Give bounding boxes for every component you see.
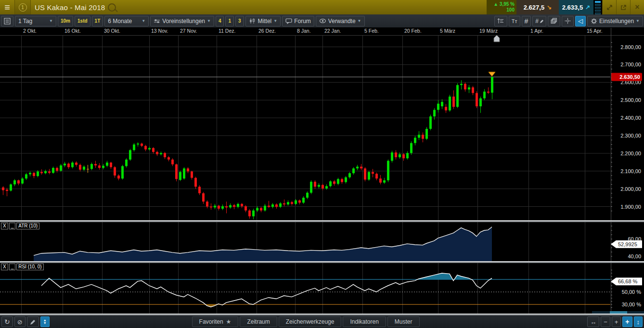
timeframe-dropdown[interactable]: 1 Tag ▼: [15, 16, 56, 26]
arrows-vertical-icon: ↕: [637, 318, 640, 326]
layout-1-button[interactable]: 1: [225, 16, 234, 26]
main-menu-button[interactable]: ≡: [0, 0, 15, 14]
zoom-in-button[interactable]: +: [612, 316, 621, 327]
quick-timeframe-1std-button[interactable]: 1std: [75, 16, 90, 26]
svg-text:52,9925: 52,9925: [618, 241, 637, 247]
quick-timeframe-10m-button[interactable]: 10m: [58, 16, 73, 26]
crosshair-mode-button[interactable]: +: [622, 316, 632, 327]
splitter-atr-rsi[interactable]: [0, 261, 644, 263]
svg-text:2.200,00: 2.200,00: [620, 151, 641, 156]
ask-up-arrow-icon: ↗: [585, 4, 590, 11]
session-marker-icon[interactable]: [494, 35, 500, 42]
crosshair-icon: +: [625, 318, 629, 326]
svg-text:30,00 %: 30,00 %: [622, 302, 642, 307]
windows-layout-button[interactable]: [548, 16, 560, 26]
svg-text:30 Okt.: 30 Okt.: [104, 28, 120, 34]
text-size-icon: Tᴛ: [512, 18, 517, 24]
depth-bar: [595, 4, 601, 6]
quick-timeframe-1t-button[interactable]: 1T: [92, 16, 103, 26]
rsi-minimize-button[interactable]: _: [9, 264, 16, 270]
alert-marker-icon[interactable]: [489, 72, 495, 76]
text-size-button[interactable]: Tᴛ: [509, 16, 520, 26]
chevron-down-icon: ▼: [273, 19, 277, 23]
ask-price-cell[interactable]: 2.633,5 ↗: [559, 0, 593, 14]
crosshair-pointer-button[interactable]: [562, 16, 574, 26]
grid-edit-icon: #: [535, 18, 539, 25]
svg-text:8 Jan.: 8 Jan.: [297, 28, 311, 34]
tab-zeichenwerkzeuge[interactable]: Zeichenwerkzeuge: [279, 316, 342, 327]
presets-dropdown[interactable]: Voreinstellungen ▼: [150, 16, 214, 26]
candlesticks[interactable]: [2, 77, 493, 219]
atr-panel[interactable]: 60,0040,0052,9925: [34, 226, 642, 261]
chevron-down-icon: ▼: [636, 19, 640, 23]
horizontal-scrollbar[interactable]: [592, 311, 644, 314]
splitter-rsi-bottom[interactable]: [0, 314, 644, 315]
atr-panel-label: ATR (10): [16, 223, 39, 229]
arrows-horizontal-icon: ↔: [590, 318, 596, 326]
grid: [0, 28, 644, 314]
pointer-mode-button[interactable]: ◁: [575, 16, 586, 26]
tab-muster[interactable]: Muster: [387, 316, 420, 327]
range-dropdown[interactable]: 6 Monate ▼: [104, 16, 149, 26]
tab-zeitraum[interactable]: Zeitraum: [240, 316, 277, 327]
grid-style-button[interactable]: #: [532, 16, 546, 26]
rsi-panel[interactable]: 50,00 %30,00 %66,68 %: [0, 270, 642, 308]
depth-gauge: [593, 0, 602, 14]
vertical-scale-button[interactable]: ↕: [634, 316, 643, 327]
popout-window-button[interactable]: [616, 0, 630, 14]
chevron-down-icon: ▼: [142, 19, 145, 23]
price-scale-button[interactable]: [494, 16, 507, 26]
auto-scale-button[interactable]: ▲▼: [40, 316, 50, 327]
pencil-small-icon: [540, 19, 543, 24]
chevron-down-icon: ▼: [207, 19, 211, 23]
close-window-button[interactable]: ×: [630, 0, 644, 14]
date-axis[interactable]: 2 Okt.16 Okt.30 Okt.13 Nov.27 Nov.11 Dez…: [23, 28, 603, 34]
svg-text:2.100,00: 2.100,00: [620, 168, 641, 174]
star-icon: ★: [226, 318, 232, 325]
draw-button[interactable]: [27, 316, 39, 327]
chart-list-button[interactable]: [1, 16, 13, 26]
price-axis[interactable]: 1.900,002.000,002.100,002.200,002.300,00…: [611, 42, 641, 211]
atr-close-button[interactable]: X: [1, 223, 8, 229]
related-dropdown[interactable]: Verwandte ▼: [316, 16, 365, 26]
tab-indikatoren[interactable]: Indikatoren: [343, 316, 386, 327]
svg-text:2.400,00: 2.400,00: [620, 115, 641, 121]
minus-icon: −: [604, 318, 607, 326]
svg-text:40,00: 40,00: [628, 253, 641, 259]
pointer-icon: ◁: [578, 17, 583, 25]
search-icon[interactable]: [108, 3, 116, 12]
zoom-out-button[interactable]: −: [601, 316, 610, 327]
reset-view-button[interactable]: ↻: [1, 316, 13, 327]
splitter-chart-atr[interactable]: [0, 220, 644, 222]
erase-drawings-button[interactable]: ⊘: [14, 316, 26, 327]
svg-text:16 Okt.: 16 Okt.: [64, 28, 81, 34]
rsi-panel-label: RSI (10, 0): [16, 264, 43, 270]
horizontal-fit-button[interactable]: ↔: [587, 316, 599, 327]
chart-style-dropdown[interactable]: Mittel ▼: [245, 16, 281, 26]
bottom-toolbar: ↻ ⊘ ▲▼ Favoriten ★ Zeitraum Zeichenwerkz…: [0, 315, 644, 328]
workspace-number-button[interactable]: 1: [15, 0, 31, 14]
mittel-label: Mittel: [258, 18, 272, 25]
layout-3-button[interactable]: 3: [235, 16, 244, 26]
svg-text:2.000,00: 2.000,00: [620, 186, 641, 192]
settings-dropdown[interactable]: Einstellungen ▼: [587, 16, 643, 26]
layout-4-button[interactable]: 4: [216, 16, 224, 26]
speech-bubble-icon: [285, 18, 292, 24]
bid-price-cell[interactable]: 2.627,5 ↘: [516, 0, 559, 14]
price-chart-canvas[interactable]: 2 Okt.16 Okt.30 Okt.13 Nov.27 Nov.11 Dez…: [0, 0, 644, 328]
page-title: US Kakao - Mai 2018: [35, 3, 105, 12]
maximize-window-button[interactable]: [602, 0, 616, 14]
sliders-icon: [154, 18, 160, 24]
title-bar-spacer: [120, 0, 487, 14]
svg-text:20 Feb.: 20 Feb.: [404, 28, 422, 34]
atr-minimize-button[interactable]: _: [9, 223, 16, 229]
crosshair-pointer-icon: [565, 18, 571, 24]
expand-icon: [606, 4, 613, 11]
rsi-close-button[interactable]: X: [1, 264, 8, 270]
grid-button[interactable]: #: [522, 16, 531, 26]
candlestick-icon: [249, 18, 256, 24]
tab-favoriten[interactable]: Favoriten ★: [192, 316, 239, 327]
refresh-icon: ↻: [4, 318, 10, 326]
forum-button[interactable]: Forum: [282, 16, 314, 26]
svg-text:5 März: 5 März: [440, 28, 455, 34]
